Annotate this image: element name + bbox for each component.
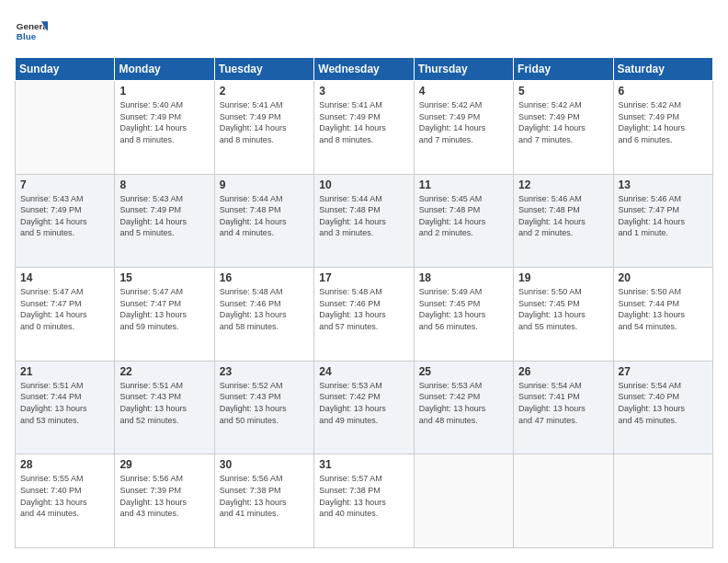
calendar-cell: 20Sunrise: 5:50 AM Sunset: 7:44 PM Dayli… <box>613 268 712 362</box>
calendar-cell: 31Sunrise: 5:57 AM Sunset: 7:38 PM Dayli… <box>314 454 414 548</box>
day-number: 21 <box>20 365 109 378</box>
day-info: Sunrise: 5:40 AM Sunset: 7:49 PM Dayligh… <box>119 99 209 145</box>
day-number: 4 <box>419 85 508 98</box>
day-number: 15 <box>119 271 209 284</box>
calendar-cell: 18Sunrise: 5:49 AM Sunset: 7:45 PM Dayli… <box>414 268 513 362</box>
header-day-friday: Friday <box>514 58 613 81</box>
day-info: Sunrise: 5:42 AM Sunset: 7:49 PM Dayligh… <box>518 99 608 145</box>
day-info: Sunrise: 5:46 AM Sunset: 7:47 PM Dayligh… <box>619 193 708 239</box>
calendar-cell: 13Sunrise: 5:46 AM Sunset: 7:47 PM Dayli… <box>613 174 712 268</box>
calendar-cell <box>613 454 712 548</box>
calendar-cell: 29Sunrise: 5:56 AM Sunset: 7:39 PM Dayli… <box>115 454 214 548</box>
day-info: Sunrise: 5:42 AM Sunset: 7:49 PM Dayligh… <box>619 99 708 145</box>
day-number: 14 <box>20 271 109 284</box>
calendar-cell: 30Sunrise: 5:56 AM Sunset: 7:38 PM Dayli… <box>214 454 313 548</box>
day-info: Sunrise: 5:44 AM Sunset: 7:48 PM Dayligh… <box>319 193 408 239</box>
day-info: Sunrise: 5:56 AM Sunset: 7:38 PM Dayligh… <box>220 473 309 519</box>
calendar-body: 1Sunrise: 5:40 AM Sunset: 7:49 PM Daylig… <box>16 81 713 548</box>
header-day-wednesday: Wednesday <box>314 58 414 81</box>
calendar-cell: 22Sunrise: 5:51 AM Sunset: 7:43 PM Dayli… <box>115 361 214 454</box>
day-number: 19 <box>518 271 608 284</box>
day-info: Sunrise: 5:41 AM Sunset: 7:49 PM Dayligh… <box>220 99 309 145</box>
day-number: 11 <box>419 178 508 191</box>
calendar-cell: 5Sunrise: 5:42 AM Sunset: 7:49 PM Daylig… <box>514 81 613 175</box>
day-number: 31 <box>319 458 408 471</box>
calendar-cell: 8Sunrise: 5:43 AM Sunset: 7:49 PM Daylig… <box>115 174 214 268</box>
day-number: 18 <box>419 271 508 284</box>
day-number: 2 <box>220 85 309 98</box>
day-info: Sunrise: 5:48 AM Sunset: 7:46 PM Dayligh… <box>319 286 408 332</box>
calendar-week-row: 7Sunrise: 5:43 AM Sunset: 7:49 PM Daylig… <box>16 174 713 268</box>
day-info: Sunrise: 5:51 AM Sunset: 7:44 PM Dayligh… <box>20 380 109 426</box>
day-info: Sunrise: 5:52 AM Sunset: 7:43 PM Dayligh… <box>220 380 309 426</box>
day-number: 1 <box>119 85 209 98</box>
day-number: 27 <box>619 365 708 378</box>
calendar-cell: 19Sunrise: 5:50 AM Sunset: 7:45 PM Dayli… <box>514 268 613 362</box>
svg-text:Blue: Blue <box>17 31 37 41</box>
day-info: Sunrise: 5:44 AM Sunset: 7:48 PM Dayligh… <box>220 193 309 239</box>
day-number: 12 <box>518 178 608 191</box>
calendar-cell: 2Sunrise: 5:41 AM Sunset: 7:49 PM Daylig… <box>214 81 313 175</box>
day-info: Sunrise: 5:50 AM Sunset: 7:44 PM Dayligh… <box>619 286 708 332</box>
day-number: 29 <box>119 458 209 471</box>
header-day-saturday: Saturday <box>613 58 712 81</box>
day-number: 22 <box>119 365 209 378</box>
day-info: Sunrise: 5:57 AM Sunset: 7:38 PM Dayligh… <box>319 473 408 519</box>
day-number: 23 <box>220 365 309 378</box>
calendar-header-row: SundayMondayTuesdayWednesdayThursdayFrid… <box>16 58 713 81</box>
calendar-cell: 23Sunrise: 5:52 AM Sunset: 7:43 PM Dayli… <box>214 361 313 454</box>
calendar-cell: 28Sunrise: 5:55 AM Sunset: 7:40 PM Dayli… <box>16 454 115 548</box>
calendar-cell: 3Sunrise: 5:41 AM Sunset: 7:49 PM Daylig… <box>314 81 414 175</box>
day-info: Sunrise: 5:53 AM Sunset: 7:42 PM Dayligh… <box>319 380 408 426</box>
day-number: 26 <box>518 365 608 378</box>
day-info: Sunrise: 5:51 AM Sunset: 7:43 PM Dayligh… <box>119 380 209 426</box>
day-info: Sunrise: 5:55 AM Sunset: 7:40 PM Dayligh… <box>20 473 109 519</box>
calendar-week-row: 14Sunrise: 5:47 AM Sunset: 7:47 PM Dayli… <box>16 268 713 362</box>
day-info: Sunrise: 5:53 AM Sunset: 7:42 PM Dayligh… <box>419 380 508 426</box>
day-info: Sunrise: 5:54 AM Sunset: 7:41 PM Dayligh… <box>518 380 608 426</box>
day-info: Sunrise: 5:43 AM Sunset: 7:49 PM Dayligh… <box>119 193 209 239</box>
header-day-tuesday: Tuesday <box>214 58 313 81</box>
calendar-cell: 25Sunrise: 5:53 AM Sunset: 7:42 PM Dayli… <box>414 361 513 454</box>
day-number: 3 <box>319 85 408 98</box>
calendar-cell: 9Sunrise: 5:44 AM Sunset: 7:48 PM Daylig… <box>214 174 313 268</box>
day-number: 8 <box>119 178 209 191</box>
day-info: Sunrise: 5:56 AM Sunset: 7:39 PM Dayligh… <box>119 473 209 519</box>
calendar-cell: 1Sunrise: 5:40 AM Sunset: 7:49 PM Daylig… <box>115 81 214 175</box>
day-number: 24 <box>319 365 408 378</box>
day-number: 7 <box>20 178 109 191</box>
calendar: SundayMondayTuesdayWednesdayThursdayFrid… <box>15 57 713 548</box>
day-number: 10 <box>319 178 408 191</box>
calendar-cell: 21Sunrise: 5:51 AM Sunset: 7:44 PM Dayli… <box>16 361 115 454</box>
calendar-cell: 26Sunrise: 5:54 AM Sunset: 7:41 PM Dayli… <box>514 361 613 454</box>
day-info: Sunrise: 5:48 AM Sunset: 7:46 PM Dayligh… <box>220 286 309 332</box>
calendar-cell: 11Sunrise: 5:45 AM Sunset: 7:48 PM Dayli… <box>414 174 513 268</box>
day-number: 17 <box>319 271 408 284</box>
day-number: 13 <box>619 178 708 191</box>
calendar-cell <box>16 81 115 175</box>
day-info: Sunrise: 5:42 AM Sunset: 7:49 PM Dayligh… <box>419 99 508 145</box>
calendar-cell: 17Sunrise: 5:48 AM Sunset: 7:46 PM Dayli… <box>314 268 414 362</box>
calendar-week-row: 28Sunrise: 5:55 AM Sunset: 7:40 PM Dayli… <box>16 454 713 548</box>
day-info: Sunrise: 5:45 AM Sunset: 7:48 PM Dayligh… <box>419 193 508 239</box>
day-number: 16 <box>220 271 309 284</box>
calendar-week-row: 21Sunrise: 5:51 AM Sunset: 7:44 PM Dayli… <box>16 361 713 454</box>
day-number: 28 <box>20 458 109 471</box>
calendar-cell <box>514 454 613 548</box>
calendar-cell: 6Sunrise: 5:42 AM Sunset: 7:49 PM Daylig… <box>613 81 712 175</box>
calendar-week-row: 1Sunrise: 5:40 AM Sunset: 7:49 PM Daylig… <box>16 81 713 175</box>
header-day-sunday: Sunday <box>16 58 115 81</box>
day-info: Sunrise: 5:50 AM Sunset: 7:45 PM Dayligh… <box>518 286 608 332</box>
day-info: Sunrise: 5:54 AM Sunset: 7:40 PM Dayligh… <box>619 380 708 426</box>
day-number: 5 <box>518 85 608 98</box>
day-number: 9 <box>220 178 309 191</box>
calendar-cell: 12Sunrise: 5:46 AM Sunset: 7:48 PM Dayli… <box>514 174 613 268</box>
logo: General Blue <box>15 15 51 48</box>
day-number: 30 <box>220 458 309 471</box>
calendar-cell <box>414 454 513 548</box>
day-info: Sunrise: 5:47 AM Sunset: 7:47 PM Dayligh… <box>119 286 209 332</box>
header-day-thursday: Thursday <box>414 58 513 81</box>
calendar-cell: 15Sunrise: 5:47 AM Sunset: 7:47 PM Dayli… <box>115 268 214 362</box>
calendar-cell: 7Sunrise: 5:43 AM Sunset: 7:49 PM Daylig… <box>16 174 115 268</box>
calendar-cell: 10Sunrise: 5:44 AM Sunset: 7:48 PM Dayli… <box>314 174 414 268</box>
